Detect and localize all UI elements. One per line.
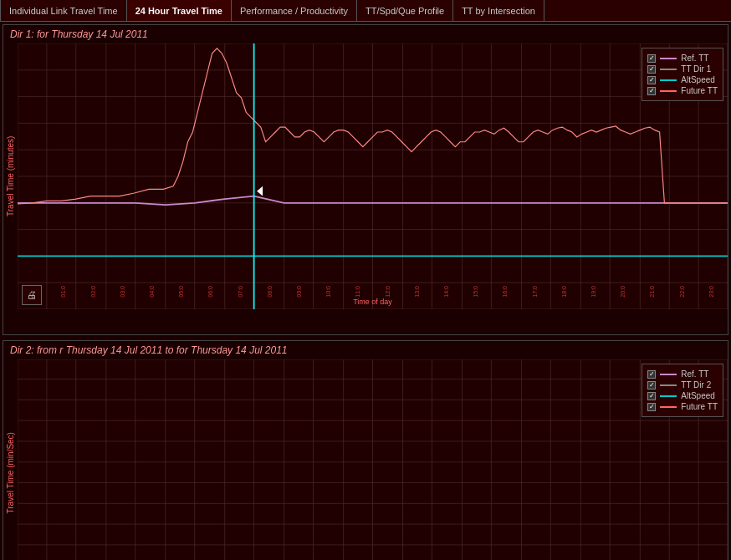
x-tick: 05:0 [178, 286, 184, 298]
legend2-checkbox-altspeed[interactable]: ✓ [647, 392, 656, 400]
chart2-title: Dir 2: from r Thursday 14 Jul 2011 to fo… [3, 341, 728, 359]
legend2-label-ref-tt: Ref. TT [681, 369, 708, 379]
chart1-y-label: Travel Time (minutes) [3, 43, 18, 309]
legend-label-future-tt: Future TT [681, 86, 718, 95]
x-tick: 21:0 [649, 286, 655, 298]
x-tick: 04:0 [149, 286, 155, 298]
chart1-legend: ✓ Ref. TT ✓ TT Dir 1 ✓ AltSpeed [642, 48, 723, 101]
x-tick: 01:0 [60, 286, 66, 298]
chart1-inner: 0 5 10 15 20 25 30 35 40 [18, 43, 728, 309]
tab-bar: Individual Link Travel Time 24 Hour Trav… [0, 0, 731, 22]
legend2-line-ttdir2 [660, 384, 677, 386]
tab-individual[interactable]: Individual Link Travel Time [0, 0, 127, 21]
x-tick: 19:0 [590, 286, 596, 298]
legend-item-altspeed: ✓ AltSpeed [647, 75, 718, 84]
x-tick: 08:0 [267, 286, 273, 298]
chart1-area: Travel Time (minutes) [3, 43, 728, 334]
x-tick: 22:0 [679, 286, 685, 298]
legend-item-future-tt: ✓ Future TT [647, 86, 718, 95]
legend2-label-future-tt: Future TT [681, 402, 718, 411]
legend-label-altspeed: AltSpeed [681, 75, 715, 84]
chart1-title: Dir 1: for Thursday 14 Jul 2011 [3, 25, 728, 43]
x-tick: 03:0 [120, 286, 125, 298]
chart1-panel: Dir 1: for Thursday 14 Jul 2011 Travel T… [3, 24, 728, 335]
legend2-checkbox-ref-tt[interactable]: ✓ [647, 370, 656, 379]
legend-checkbox-ref-tt[interactable]: ✓ [647, 54, 656, 63]
legend2-item-ttdir2: ✓ TT Dir 2 [647, 380, 718, 389]
legend-line-altspeed [660, 79, 677, 81]
legend2-line-ref-tt [660, 374, 677, 375]
x-tick: 13:0 [414, 286, 420, 298]
legend-item-ttdir1: ✓ TT Dir 1 [647, 64, 718, 74]
legend-label-ref-tt: Ref. TT [681, 53, 708, 63]
legend-line-ttdir1 [660, 69, 677, 70]
legend2-line-future-tt [660, 406, 677, 408]
chart2-inner: 0 2 4 6 8 10 12 14 16 18 20 22 [18, 359, 728, 560]
x-tick: 09:0 [296, 286, 302, 298]
x-tick: 06:0 [207, 286, 213, 298]
legend2-checkbox-future-tt[interactable]: ✓ [647, 403, 656, 411]
legend2-item-ref-tt: ✓ Ref. TT [647, 369, 718, 379]
x-tick: 11:0 [355, 286, 360, 298]
x-tick: 20:0 [620, 286, 626, 298]
legend-line-future-tt [660, 90, 677, 92]
tab-24hour[interactable]: 24 Hour Travel Time [127, 0, 232, 21]
x-tick: 12:0 [385, 286, 391, 298]
chart2-legend: ✓ Ref. TT ✓ TT Dir 2 ✓ AltSpeed [642, 364, 723, 417]
legend-line-ref-tt [660, 58, 677, 59]
tab-ttintersection[interactable]: TT by Intersection [453, 0, 544, 21]
chart2-y-label: Travel Time (min/Sec) [3, 359, 18, 560]
x-tick: 17:0 [532, 286, 538, 298]
legend-checkbox-altspeed[interactable]: ✓ [647, 76, 656, 84]
x-tick: 02:0 [90, 286, 96, 298]
legend2-line-altspeed [660, 395, 677, 397]
chart2-panel: Dir 2: from r Thursday 14 Jul 2011 to fo… [3, 340, 728, 560]
legend2-label-ttdir2: TT Dir 2 [681, 380, 711, 389]
x-tick: 14:0 [443, 286, 449, 298]
legend-checkbox-future-tt[interactable]: ✓ [647, 87, 656, 95]
legend-label-ttdir1: TT Dir 1 [681, 64, 711, 74]
x-tick: 15:0 [473, 286, 478, 298]
x-tick: 07:0 [238, 286, 243, 298]
x-tick: 16:0 [502, 286, 508, 298]
legend2-checkbox-ttdir2[interactable]: ✓ [647, 381, 656, 389]
x-tick: 18:0 [561, 286, 567, 298]
tab-performance[interactable]: Performance / Productivity [232, 0, 357, 21]
charts-container: Dir 1: for Thursday 14 Jul 2011 Travel T… [0, 22, 731, 560]
legend2-item-altspeed: ✓ AltSpeed [647, 391, 718, 400]
legend2-label-altspeed: AltSpeed [681, 391, 715, 400]
legend-checkbox-ttdir1[interactable]: ✓ [647, 65, 656, 74]
x-tick: 23:0 [708, 286, 714, 298]
tab-ttspd[interactable]: TT/Spd/Que Profile [357, 0, 453, 21]
x-tick: 10:0 [325, 286, 331, 298]
legend-item-ref-tt: ✓ Ref. TT [647, 53, 718, 63]
chart2-svg: 0 2 4 6 8 10 12 14 16 18 20 22 [18, 359, 728, 560]
chart1-icon[interactable]: 🖨 [22, 285, 42, 305]
chart1-x-label: Time of day [18, 298, 728, 306]
chart2-area: Travel Time (min/Sec) [3, 359, 728, 560]
legend2-item-future-tt: ✓ Future TT [647, 402, 718, 411]
chart1-svg: 0 5 10 15 20 25 30 35 40 [18, 43, 728, 309]
